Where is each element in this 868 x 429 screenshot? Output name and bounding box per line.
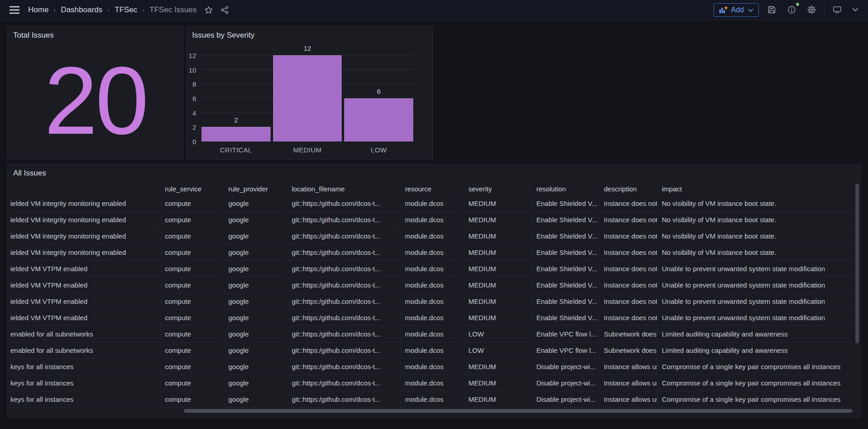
table-cell: MEDIUM <box>464 228 532 244</box>
table-cell: compute <box>160 391 224 407</box>
table-cell: Unable to prevent unwanted system state … <box>657 293 854 309</box>
table-cell: Compromise of a single key pair compromi… <box>657 359 854 375</box>
vertical-scrollbar[interactable] <box>855 184 859 343</box>
add-button[interactable]: Add <box>714 3 759 17</box>
table-cell: MEDIUM <box>464 391 532 407</box>
table-cell: Unable to prevent unwanted system state … <box>657 261 854 277</box>
stat-value-wrap: 20 <box>8 42 183 160</box>
table-cell: google <box>224 342 287 358</box>
table-body: ielded VM integrity monitoring enabledco… <box>10 195 854 408</box>
table-cell: module.dcos <box>400 228 464 244</box>
column-header-resource[interactable]: resource <box>400 182 464 195</box>
table-cell: ielded VM VTPM enabled <box>10 293 160 309</box>
table-cell: Instance does not ... <box>599 212 657 228</box>
table-cell: git::https:/github.com/dcos-t... <box>287 261 400 277</box>
table-cell: enabled for all subnetworks <box>10 342 160 358</box>
x-axis-category-label: LOW <box>343 146 415 154</box>
table-row: ielded VM integrity monitoring enabledco… <box>10 195 854 212</box>
column-header-rule_provider[interactable]: rule_provider <box>224 182 287 195</box>
horizontal-scrollbar[interactable] <box>184 409 852 413</box>
menu-icon[interactable] <box>7 3 22 17</box>
star-icon[interactable] <box>201 3 216 17</box>
table-cell: Instance does not ... <box>599 228 657 244</box>
column-header-resolution[interactable]: resolution <box>532 182 599 195</box>
table-cell: Instance does not ... <box>599 261 657 277</box>
panel-title[interactable]: Issues by Severity <box>187 26 260 44</box>
total-issues-panel: Total Issues 20 <box>7 26 183 160</box>
table-cell: No visibility of VM instance boot state. <box>657 212 854 228</box>
add-panel-icon <box>719 6 728 14</box>
table-row: keys for all instancescomputegooglegit::… <box>10 359 854 375</box>
breadcrumb-item-dashboards[interactable]: Dashboards <box>61 5 102 15</box>
severity-chart-plot: 0246810122CRITICAL12MEDIUM6LOW <box>200 55 415 141</box>
table-cell: compute <box>160 228 224 244</box>
breadcrumb-separator: › <box>142 6 145 14</box>
notification-dot <box>796 3 799 6</box>
table-header-row: rule_servicerule_providerlocation_filena… <box>10 182 854 195</box>
table-cell: No visibility of VM instance boot state. <box>657 195 854 211</box>
table-cell: module.dcos <box>400 391 464 407</box>
table-row: enabled for all subnetworkscomputegoogle… <box>10 342 854 359</box>
table-cell: module.dcos <box>400 212 464 228</box>
table-cell: ielded VM integrity monitoring enabled <box>10 195 160 211</box>
table-cell: google <box>224 293 287 309</box>
table-cell: Enable Shielded V... <box>532 212 599 228</box>
table-row: keys for all instancescomputegooglegit::… <box>10 391 854 408</box>
bar-value-label: 6 <box>343 88 415 95</box>
chevron-down-icon[interactable] <box>850 3 861 17</box>
table-cell: google <box>224 310 287 326</box>
bar-value-label: 2 <box>200 116 272 124</box>
table-cell: Instance does not ... <box>599 310 657 326</box>
table-cell: Disable project-wi... <box>532 391 599 407</box>
table-cell: Enable Shielded V... <box>532 195 599 211</box>
table-cell: enabled for all subnetworks <box>10 326 160 342</box>
breadcrumb-item-home[interactable]: Home <box>28 5 48 15</box>
table-row: ielded VM VTPM enabledcomputegooglegit::… <box>10 293 854 310</box>
table-cell: ielded VM VTPM enabled <box>10 261 160 277</box>
table-cell: ielded VM VTPM enabled <box>10 277 160 293</box>
table-cell: MEDIUM <box>464 375 532 391</box>
column-header-severity[interactable]: severity <box>464 182 532 195</box>
table-cell: Enable Shielded V... <box>532 277 599 293</box>
column-header-rule_service[interactable]: rule_service <box>160 182 224 195</box>
table-cell: Disable project-wi... <box>532 375 599 391</box>
severity-bar-medium <box>273 55 342 141</box>
breadcrumb-item-tfsec[interactable]: TFSec <box>115 5 137 15</box>
table-cell: compute <box>160 310 224 326</box>
table-cell: ielded VM VTPM enabled <box>10 310 160 326</box>
table-cell: git::https:/github.com/dcos-t... <box>287 228 400 244</box>
table-cell: Disable project-wi... <box>532 359 599 375</box>
share-icon[interactable] <box>217 3 232 17</box>
breadcrumb-separator: › <box>107 6 110 14</box>
table-cell: google <box>224 375 287 391</box>
table-cell: git::https:/github.com/dcos-t... <box>287 375 400 391</box>
column-header-location_filename[interactable]: location_filename <box>287 182 400 195</box>
table-cell: google <box>224 391 287 407</box>
table-cell: No visibility of VM instance boot state. <box>657 228 854 244</box>
dashboard-insights-icon[interactable] <box>784 3 799 17</box>
table-cell: Compromise of a single key pair compromi… <box>657 375 854 391</box>
table-cell: module.dcos <box>400 277 464 293</box>
table-cell: module.dcos <box>400 359 464 375</box>
column-header-title[interactable] <box>10 182 160 195</box>
x-axis-category-label: CRITICAL <box>200 146 272 154</box>
table-cell: google <box>224 326 287 342</box>
table-cell: MEDIUM <box>464 293 532 309</box>
dashboard-settings-icon[interactable] <box>804 3 819 17</box>
table-cell: ielded VM integrity monitoring enabled <box>10 212 160 228</box>
table-cell: google <box>224 277 287 293</box>
table-cell: LOW <box>464 326 532 342</box>
add-button-label: Add <box>731 6 744 14</box>
table-cell: google <box>224 228 287 244</box>
save-dashboard-icon[interactable] <box>764 3 779 17</box>
panel-title[interactable]: All Issues <box>8 164 52 182</box>
table-cell: module.dcos <box>400 195 464 211</box>
table-cell: git::https:/github.com/dcos-t... <box>287 244 400 260</box>
table-cell: google <box>224 195 287 211</box>
column-header-description[interactable]: description <box>599 182 657 195</box>
tv-mode-icon[interactable] <box>830 3 844 17</box>
table-cell: Enable Shielded V... <box>532 244 599 260</box>
stat-value: 20 <box>44 55 147 146</box>
table-row: ielded VM integrity monitoring enabledco… <box>10 212 854 228</box>
column-header-impact[interactable]: impact <box>657 182 854 195</box>
